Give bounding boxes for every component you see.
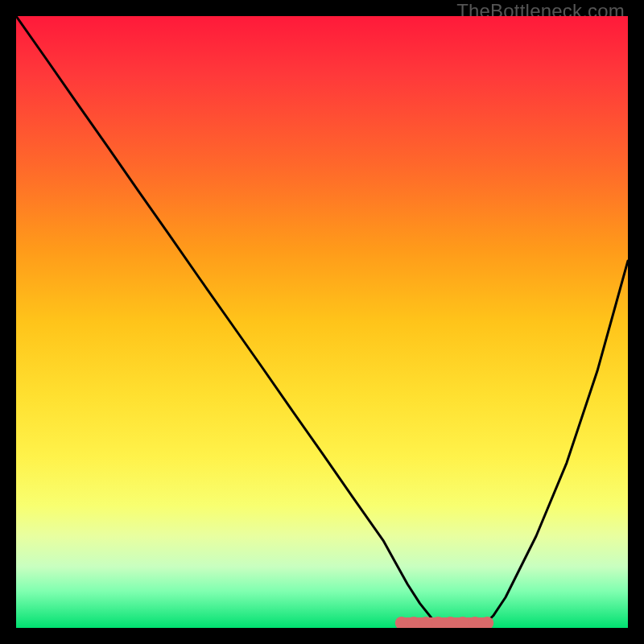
chart-frame: TheBottleneck.com bbox=[0, 0, 644, 644]
plot-area bbox=[16, 16, 628, 628]
chart-svg bbox=[16, 16, 628, 628]
optimal-range-markers bbox=[395, 617, 493, 628]
bottleneck-curve bbox=[16, 16, 628, 628]
